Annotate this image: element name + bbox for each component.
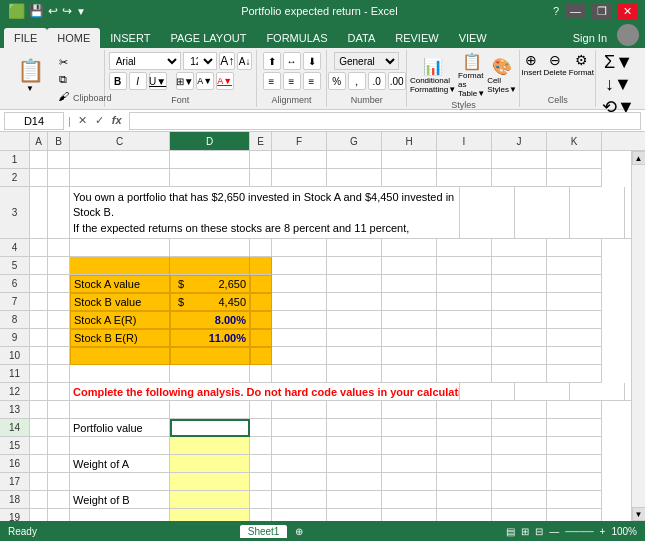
cell-g15[interactable] xyxy=(327,437,382,455)
cell-k18[interactable] xyxy=(547,491,602,509)
cell-h17[interactable] xyxy=(382,473,437,491)
cell-c1[interactable] xyxy=(70,151,170,169)
cell-e4[interactable] xyxy=(250,239,272,257)
cell-c6[interactable]: Stock A value xyxy=(70,275,170,293)
page-break-view-button[interactable]: ⊟ xyxy=(535,526,543,537)
cell-k11[interactable] xyxy=(547,365,602,383)
cell-c14[interactable]: Portfolio value xyxy=(70,419,170,437)
underline-button[interactable]: U▼ xyxy=(149,72,167,90)
cell-k17[interactable] xyxy=(547,473,602,491)
cell-a14[interactable] xyxy=(30,419,48,437)
cell-d7[interactable]: $4,450 xyxy=(170,293,250,311)
cell-g12[interactable] xyxy=(515,383,570,401)
cell-j16[interactable] xyxy=(492,455,547,473)
cell-styles-button[interactable]: 🎨 CellStyles▼ xyxy=(487,57,517,94)
zoom-out-button[interactable]: — xyxy=(549,526,559,537)
cell-c13[interactable] xyxy=(70,401,170,419)
cell-c2[interactable] xyxy=(70,169,170,187)
cell-g3[interactable] xyxy=(515,187,570,239)
cell-b10[interactable] xyxy=(48,347,70,365)
cell-j15[interactable] xyxy=(492,437,547,455)
cell-f17[interactable] xyxy=(272,473,327,491)
cell-i2[interactable] xyxy=(437,169,492,187)
row-num-15[interactable]: 15 xyxy=(0,437,30,455)
save-icon[interactable]: 💾 xyxy=(29,4,44,18)
cell-i11[interactable] xyxy=(437,365,492,383)
cell-b18[interactable] xyxy=(48,491,70,509)
cell-f3[interactable] xyxy=(460,187,515,239)
cell-g2[interactable] xyxy=(327,169,382,187)
cell-k5[interactable] xyxy=(547,257,602,275)
cell-i10[interactable] xyxy=(437,347,492,365)
row-num-12[interactable]: 12 xyxy=(0,383,30,401)
col-header-c[interactable]: C xyxy=(70,132,170,150)
col-header-h[interactable]: H xyxy=(382,132,437,150)
cell-h10[interactable] xyxy=(382,347,437,365)
cell-k16[interactable] xyxy=(547,455,602,473)
cell-a7[interactable] xyxy=(30,293,48,311)
cell-i5[interactable] xyxy=(437,257,492,275)
cell-a10[interactable] xyxy=(30,347,48,365)
cell-j8[interactable] xyxy=(492,311,547,329)
cell-d4[interactable] xyxy=(170,239,250,257)
close-button[interactable]: ✕ xyxy=(618,4,637,19)
row-num-2[interactable]: 2 xyxy=(0,169,30,187)
cell-d5[interactable] xyxy=(170,257,250,275)
format-cells-button[interactable]: ⚙ Format xyxy=(569,52,594,77)
cell-b12[interactable] xyxy=(48,383,70,401)
row-num-16[interactable]: 16 xyxy=(0,455,30,473)
cell-i14[interactable] xyxy=(437,419,492,437)
cell-g10[interactable] xyxy=(327,347,382,365)
decrease-font-button[interactable]: A↓ xyxy=(237,52,252,70)
cell-i7[interactable] xyxy=(437,293,492,311)
cell-c17[interactable] xyxy=(70,473,170,491)
normal-view-button[interactable]: ▤ xyxy=(506,526,515,537)
row-num-9[interactable]: 9 xyxy=(0,329,30,347)
cell-k8[interactable] xyxy=(547,311,602,329)
right-align-button[interactable]: ≡ xyxy=(303,72,321,90)
cell-a3[interactable] xyxy=(30,187,48,239)
cell-k15[interactable] xyxy=(547,437,602,455)
tab-data[interactable]: DATA xyxy=(338,28,386,48)
cell-k7[interactable] xyxy=(547,293,602,311)
cell-a1[interactable] xyxy=(30,151,48,169)
cell-j17[interactable] xyxy=(492,473,547,491)
cell-e13[interactable] xyxy=(250,401,272,419)
row-num-17[interactable]: 17 xyxy=(0,473,30,491)
cell-k14[interactable] xyxy=(547,419,602,437)
cell-b4[interactable] xyxy=(48,239,70,257)
cell-f13[interactable] xyxy=(272,401,327,419)
border-button[interactable]: ⊞▼ xyxy=(176,72,194,90)
cell-f2[interactable] xyxy=(272,169,327,187)
cell-k9[interactable] xyxy=(547,329,602,347)
redo-icon[interactable]: ↪ xyxy=(62,4,72,18)
cell-i8[interactable] xyxy=(437,311,492,329)
cell-h12[interactable] xyxy=(570,383,625,401)
cell-e15[interactable] xyxy=(250,437,272,455)
cell-a17[interactable] xyxy=(30,473,48,491)
cell-d8[interactable]: 8.00% xyxy=(170,311,250,329)
cell-e18[interactable] xyxy=(250,491,272,509)
vertical-scrollbar[interactable]: ▲ ▼ xyxy=(631,151,645,521)
cell-c11[interactable] xyxy=(70,365,170,383)
restore-button[interactable]: ❐ xyxy=(592,4,612,19)
center-align-button[interactable]: ≡ xyxy=(283,72,301,90)
row-num-3[interactable]: 3 xyxy=(0,187,30,239)
undo-icon[interactable]: ↩ xyxy=(48,4,58,18)
cell-d14-selected[interactable] xyxy=(170,419,250,437)
cell-i19[interactable] xyxy=(437,509,492,521)
col-header-b[interactable]: B xyxy=(48,132,70,150)
mid-align-button[interactable]: ↔ xyxy=(283,52,301,70)
cell-h11[interactable] xyxy=(382,365,437,383)
cell-h14[interactable] xyxy=(382,419,437,437)
cell-j5[interactable] xyxy=(492,257,547,275)
cell-h16[interactable] xyxy=(382,455,437,473)
cell-e16[interactable] xyxy=(250,455,272,473)
cell-j11[interactable] xyxy=(492,365,547,383)
cell-c8[interactable]: Stock A E(R) xyxy=(70,311,170,329)
cell-k19[interactable] xyxy=(547,509,602,521)
format-painter-button[interactable]: 🖌 xyxy=(53,88,73,104)
cell-f18[interactable] xyxy=(272,491,327,509)
cell-d10[interactable] xyxy=(170,347,250,365)
minimize-button[interactable]: — xyxy=(565,4,586,18)
